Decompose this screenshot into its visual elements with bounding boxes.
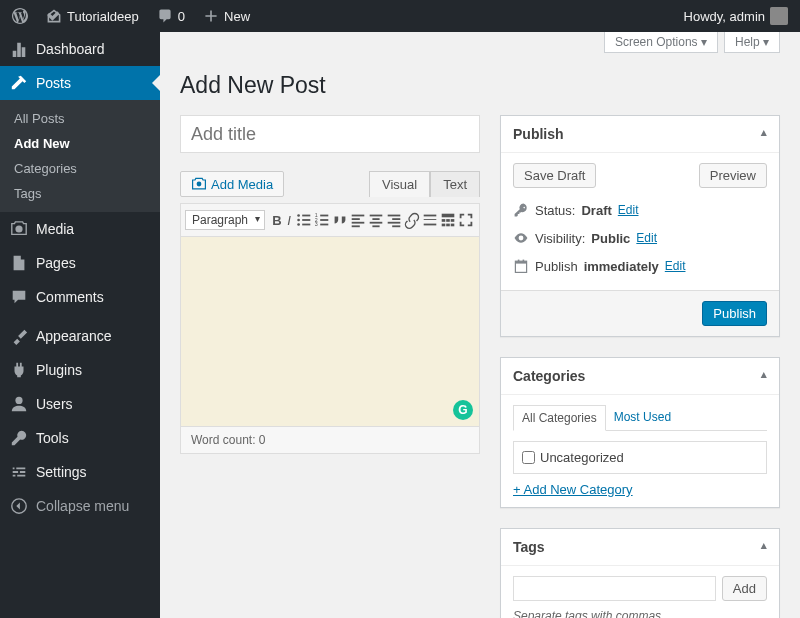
howdy-account[interactable]: Howdy, admin [680, 7, 792, 25]
howdy-text: Howdy, admin [684, 9, 765, 24]
site-name-link[interactable]: Tutorialdeep [42, 8, 143, 24]
new-menu[interactable]: New [199, 8, 254, 24]
comments-count: 0 [178, 9, 185, 24]
wp-logo[interactable] [8, 8, 32, 24]
admin-toolbar: Tutorialdeep 0 New Howdy, admin [0, 0, 800, 32]
comments-link[interactable]: 0 [153, 8, 189, 24]
site-name-text: Tutorialdeep [67, 9, 139, 24]
new-label: New [224, 9, 250, 24]
svg-rect-0 [770, 7, 788, 25]
